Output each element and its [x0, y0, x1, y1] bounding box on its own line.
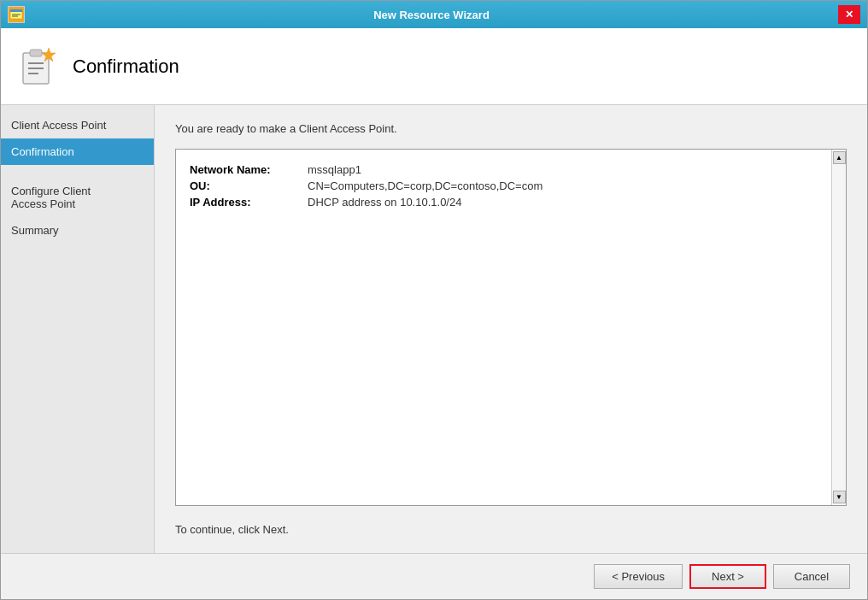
network-name-value: mssqlapp1 — [308, 163, 361, 176]
app-icon — [8, 6, 25, 23]
footer: < Previous Next > Cancel — [1, 553, 867, 599]
header-title: Confirmation — [73, 56, 179, 78]
scroll-up-arrow[interactable]: ▲ — [833, 151, 846, 164]
sidebar: Client Access Point Confirmation Configu… — [1, 105, 155, 553]
svg-rect-1 — [10, 9, 22, 12]
body-section: Client Access Point Confirmation Configu… — [1, 105, 867, 553]
ou-label: OU: — [190, 179, 301, 192]
title-bar: New Resource Wizard ✕ — [1, 1, 867, 28]
svg-rect-5 — [30, 50, 42, 56]
ip-value: DHCP address on 10.10.1.0/24 — [308, 196, 461, 209]
title-bar-text: New Resource Wizard — [25, 9, 838, 21]
header-section: Confirmation — [1, 28, 867, 105]
scroll-down-arrow[interactable]: ▼ — [833, 491, 846, 503]
continue-text: To continue, click Next. — [175, 523, 847, 536]
info-row-ip: IP Address: DHCP address on 10.10.1.0/24 — [190, 196, 817, 209]
info-row-network-name: Network Name: mssqlapp1 — [190, 163, 817, 176]
wizard-window: New Resource Wizard ✕ Confirmation Clien… — [0, 0, 868, 600]
cancel-button[interactable]: Cancel — [773, 564, 850, 589]
info-box: Network Name: mssqlapp1 OU: CN=Computers… — [175, 149, 847, 506]
sidebar-item-confirmation[interactable]: Confirmation — [1, 138, 154, 165]
ip-label: IP Address: — [190, 196, 301, 209]
info-row-ou: OU: CN=Computers,DC=corp,DC=contoso,DC=c… — [190, 179, 817, 192]
scrollbar[interactable]: ▲ ▼ — [831, 150, 846, 505]
sidebar-item-summary[interactable]: Summary — [1, 217, 154, 244]
close-button[interactable]: ✕ — [838, 5, 860, 24]
sidebar-item-configure[interactable]: Configure Client Access Point — [1, 165, 154, 217]
next-button[interactable]: Next > — [689, 564, 766, 589]
ou-value: CN=Computers,DC=corp,DC=contoso,DC=com — [308, 179, 542, 192]
network-name-label: Network Name: — [190, 163, 301, 176]
main-content: You are ready to make a Client Access Po… — [155, 105, 867, 553]
sidebar-item-client-access-point[interactable]: Client Access Point — [1, 112, 154, 138]
header-icon — [18, 46, 59, 87]
previous-button[interactable]: < Previous — [594, 564, 683, 589]
ready-text: You are ready to make a Client Access Po… — [175, 122, 847, 135]
